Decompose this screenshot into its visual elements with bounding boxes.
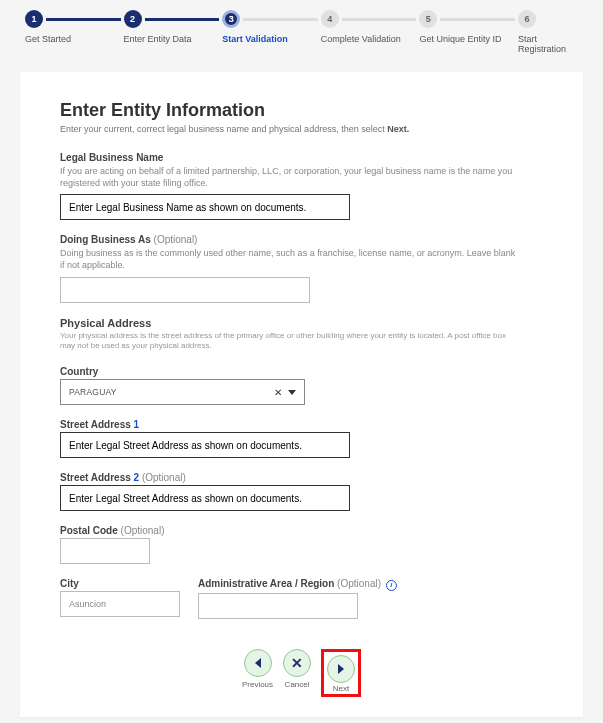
dba-label: Doing Business As (Optional) [60, 234, 543, 245]
step-label: Start Registration [518, 34, 578, 54]
step-2: 2 Enter Entity Data [124, 10, 223, 54]
step-3: 3 Start Validation [222, 10, 321, 54]
cancel-label: Cancel [285, 680, 310, 689]
dba-label-text: Doing Business As [60, 234, 154, 245]
region-label-text: Administrative Area / Region [198, 578, 337, 589]
postal-label-text: Postal Code [60, 525, 121, 536]
street1-input[interactable] [60, 432, 350, 458]
street1-num: 1 [134, 419, 140, 430]
step-line [440, 18, 515, 21]
chevron-down-icon[interactable] [288, 390, 296, 395]
info-icon[interactable]: i [386, 580, 397, 591]
street1-label-text: Street Address [60, 419, 134, 430]
step-circle-4: 4 [321, 10, 339, 28]
country-block: Country PARAGUAY ✕ [60, 366, 543, 405]
legal-name-block: Legal Business Name If you are acting on… [60, 152, 543, 220]
chevron-right-icon [338, 664, 344, 674]
page-subtitle: Enter your current, correct legal busine… [60, 124, 543, 134]
street2-label: Street Address 2 (Optional) [60, 472, 543, 483]
step-line [145, 18, 220, 21]
subtitle-text: Enter your current, correct legal busine… [60, 124, 387, 134]
step-label: Start Validation [222, 34, 288, 44]
country-label: Country [60, 366, 543, 377]
previous-button[interactable] [244, 649, 272, 677]
cancel-button[interactable]: ✕ [283, 649, 311, 677]
city-block: City [60, 578, 180, 619]
dba-input[interactable] [60, 277, 310, 303]
street1-block: Street Address 1 [60, 419, 543, 458]
city-input[interactable] [60, 591, 180, 617]
optional-text: (Optional) [121, 525, 165, 536]
progress-stepper: 1 Get Started 2 Enter Entity Data 3 Star… [0, 0, 603, 54]
legal-name-label: Legal Business Name [60, 152, 543, 163]
cancel-wrap: ✕ Cancel [283, 649, 311, 689]
step-circle-6: 6 [518, 10, 536, 28]
country-select[interactable]: PARAGUAY ✕ [60, 379, 305, 405]
step-circle-1: 1 [25, 10, 43, 28]
region-block: Administrative Area / Region (Optional) … [198, 578, 397, 619]
street2-num: 2 [134, 472, 142, 483]
dba-help: Doing business as is the commonly used o… [60, 247, 520, 271]
street2-label-text: Street Address [60, 472, 134, 483]
city-region-row: City Administrative Area / Region (Optio… [60, 578, 543, 619]
step-label: Enter Entity Data [124, 34, 192, 44]
footer-actions: Previous ✕ Cancel Next [60, 649, 543, 697]
step-label: Complete Validation [321, 34, 401, 44]
optional-text: (Optional) [142, 472, 186, 483]
close-icon: ✕ [291, 655, 303, 671]
page-title: Enter Entity Information [60, 100, 543, 121]
street2-block: Street Address 2 (Optional) [60, 472, 543, 511]
street1-label: Street Address 1 [60, 419, 543, 430]
postal-label: Postal Code (Optional) [60, 525, 543, 536]
step-1: 1 Get Started [25, 10, 124, 54]
previous-wrap: Previous [242, 649, 273, 689]
address-section-help: Your physical address is the street addr… [60, 331, 520, 353]
country-value: PARAGUAY [69, 387, 117, 397]
step-4: 4 Complete Validation [321, 10, 420, 54]
step-line [46, 18, 121, 21]
previous-label: Previous [242, 680, 273, 689]
clear-icon[interactable]: ✕ [274, 387, 282, 398]
postal-block: Postal Code (Optional) [60, 525, 543, 564]
dba-block: Doing Business As (Optional) Doing busin… [60, 234, 543, 302]
chevron-left-icon [255, 658, 261, 668]
step-label: Get Unique Entity ID [419, 34, 501, 44]
step-5: 5 Get Unique Entity ID [419, 10, 518, 54]
step-line [243, 18, 318, 21]
step-circle-5: 5 [419, 10, 437, 28]
step-line [342, 18, 417, 21]
region-label: Administrative Area / Region (Optional) … [198, 578, 397, 591]
region-input[interactable] [198, 593, 358, 619]
step-circle-3: 3 [222, 10, 240, 28]
optional-text: (Optional) [337, 578, 381, 589]
optional-text: (Optional) [154, 234, 198, 245]
street2-input[interactable] [60, 485, 350, 511]
step-circle-2: 2 [124, 10, 142, 28]
legal-name-help: If you are acting on behalf of a limited… [60, 165, 520, 189]
next-button[interactable] [327, 655, 355, 683]
postal-input[interactable] [60, 538, 150, 564]
city-label: City [60, 578, 180, 589]
next-highlight: Next [321, 649, 361, 697]
form-card: Enter Entity Information Enter your curr… [20, 72, 583, 717]
step-label: Get Started [25, 34, 71, 44]
next-label: Next [333, 684, 349, 693]
step-6: 6 Start Registration [518, 10, 578, 54]
subtitle-bold: Next. [387, 124, 409, 134]
legal-name-input[interactable] [60, 194, 350, 220]
address-section-title: Physical Address [60, 317, 543, 329]
